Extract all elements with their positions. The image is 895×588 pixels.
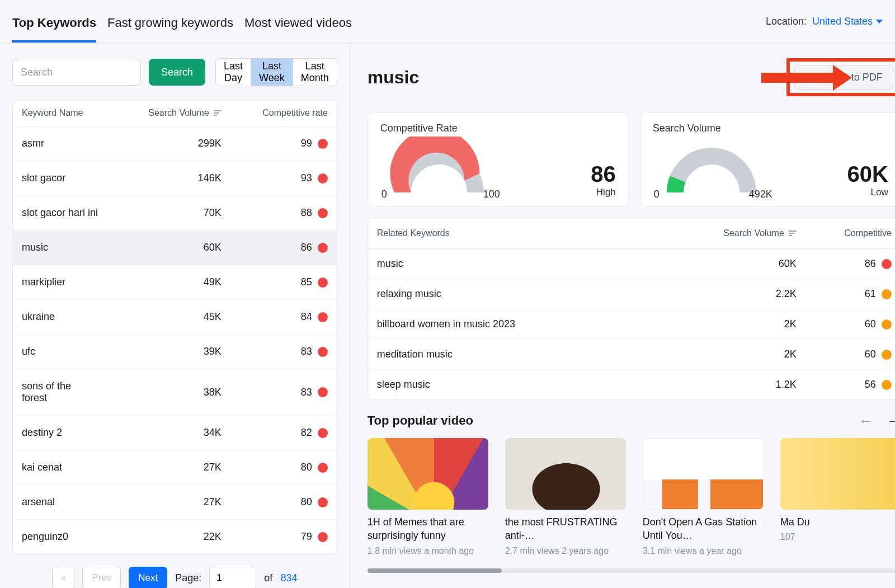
table-row[interactable]: ukraine 45K 84 [13,300,337,335]
table-row[interactable]: music 60K 86 [368,249,895,279]
keyword-name: slot gacor [22,172,98,184]
status-dot-icon [318,277,328,288]
pager-first-button[interactable]: « [52,567,74,588]
keyword-volume: 38K [98,387,222,398]
pager-total[interactable]: 834 [280,572,297,584]
status-dot-icon [882,380,892,390]
pager-prev-button[interactable]: Prev [82,567,121,588]
table-row[interactable]: destiny 2 34K 82 [13,416,337,450]
table-row[interactable]: penguinz0 22K 79 [13,520,337,554]
range-last-month[interactable]: Last Month [293,59,337,86]
related-keyword-volume: 2K [673,349,797,360]
tab-top-keywords[interactable]: Top Keywords [12,6,96,43]
keyword-competitive: 85 [222,276,328,288]
keyword-name: kai cenat [22,462,98,473]
keyword-competitive: 86 [222,242,328,253]
table-row[interactable]: sleep music 1.2K 56 [368,370,895,399]
keyword-volume: 34K [98,427,222,439]
video-card[interactable]: Ma Du 107 [780,438,895,556]
col-related-volume-label: Search Volume [723,228,784,238]
keyword-competitive: 84 [222,311,328,323]
status-dot-icon [882,350,892,360]
keyword-name: markiplier [22,276,98,288]
table-row[interactable]: relaxing music 2.2K 61 [368,279,895,309]
video-title: the most FRUSTRATING anti-… [505,515,626,543]
status-dot-icon [318,497,328,507]
pager-next-button[interactable]: Next [129,567,167,588]
search-input[interactable] [12,59,141,86]
sort-desc-icon [214,110,222,116]
range-last-day[interactable]: Last Day [216,59,251,86]
video-thumbnail [505,438,626,510]
date-range-group: Last Day Last Week Last Month [215,58,337,86]
search-button[interactable]: Search [149,59,205,86]
col-keyword-name[interactable]: Keyword Name [22,108,98,118]
pagination: « Prev Next Page: of 834 [12,554,337,588]
related-keyword-name: meditation music [377,349,673,360]
video-thumbnail [643,438,764,510]
video-next-arrow[interactable]: → [887,413,895,428]
status-dot-icon [318,173,328,184]
competitive-rate-gauge [380,137,498,198]
pager-of-label: of [264,572,272,584]
video-meta: 107 [780,532,895,542]
chevron-down-icon [876,20,883,23]
table-row[interactable]: billboard women in music 2023 2K 60 [368,309,895,340]
col-related-volume[interactable]: Search Volume [673,228,797,238]
location-selector[interactable]: Location: United States [766,16,883,33]
table-row[interactable]: kai cenat 27K 80 [13,450,337,485]
col-related-competitive[interactable]: Competitive [797,228,892,238]
related-keyword-competitive: 56 [797,379,892,391]
col-related-keywords[interactable]: Related Keywords [377,228,673,238]
keyword-volume: 39K [98,346,222,357]
keyword-volume: 70K [98,207,222,219]
related-keyword-volume: 1.2K [673,379,797,391]
keywords-table: Keyword Name Search Volume Competitive r… [12,100,337,554]
video-title: Ma Du [780,515,895,529]
status-dot-icon [318,208,328,218]
related-keyword-competitive: 60 [797,349,892,360]
table-row[interactable]: meditation music 2K 60 [368,340,895,370]
related-keyword-volume: 2K [673,318,797,330]
table-row[interactable]: music 60K 86 [13,231,337,265]
range-last-week[interactable]: Last Week [251,59,293,86]
status-dot-icon [318,428,328,438]
video-card[interactable]: 1H of Memes that are surprisingly funny … [368,438,488,556]
keyword-competitive: 82 [222,427,328,439]
keyword-name: music [22,242,98,253]
tab-most-viewed[interactable]: Most viewed videos [244,6,352,43]
competitive-rate-min: 0 [381,189,387,200]
col-competitive-rate[interactable]: Competitive rate [222,108,328,118]
table-row[interactable]: sons of the forest 38K 83 [13,369,337,416]
video-title: 1H of Memes that are surprisingly funny [368,515,488,543]
video-title: Don't Open A Gas Station Until You… [643,515,764,543]
col-search-volume[interactable]: Search Volume [98,108,222,118]
pager-page-input[interactable] [209,567,256,588]
location-value: United States [812,16,873,27]
video-carousel[interactable]: 1H of Memes that are surprisingly funny … [368,438,895,556]
competitive-rate-title: Competitive Rate [380,123,616,134]
table-row[interactable]: ufc 39K 83 [13,335,337,369]
table-row[interactable]: markiplier 49K 85 [13,265,337,300]
keyword-name: ufc [22,346,98,357]
table-row[interactable]: arsenal 27K 80 [13,485,337,520]
video-card[interactable]: the most FRUSTRATING anti-… 2.7 mln view… [505,438,626,556]
tab-fast-growing[interactable]: Fast growing keywords [107,6,233,43]
keyword-name: destiny 2 [22,427,98,439]
video-scrollbar[interactable] [368,568,895,573]
keyword-volume: 299K [98,138,222,149]
status-dot-icon [318,387,328,397]
location-label: Location: [766,16,807,27]
related-keyword-name: music [377,258,673,270]
video-card[interactable]: Don't Open A Gas Station Until You… 3.1 … [643,438,764,556]
keyword-competitive: 88 [222,207,328,219]
related-keyword-name: sleep music [377,379,673,391]
table-row[interactable]: slot gacor hari ini 70K 88 [13,196,337,231]
pager-page-label: Page: [175,572,201,584]
keyword-volume: 60K [98,242,222,253]
keyword-name: slot gacor hari ini [22,207,98,219]
video-meta: 1.8 mln views a month ago [368,546,488,556]
table-row[interactable]: asmr 299K 99 [13,126,337,161]
video-prev-arrow[interactable]: ← [859,413,873,428]
table-row[interactable]: slot gacor 146K 93 [13,161,337,196]
